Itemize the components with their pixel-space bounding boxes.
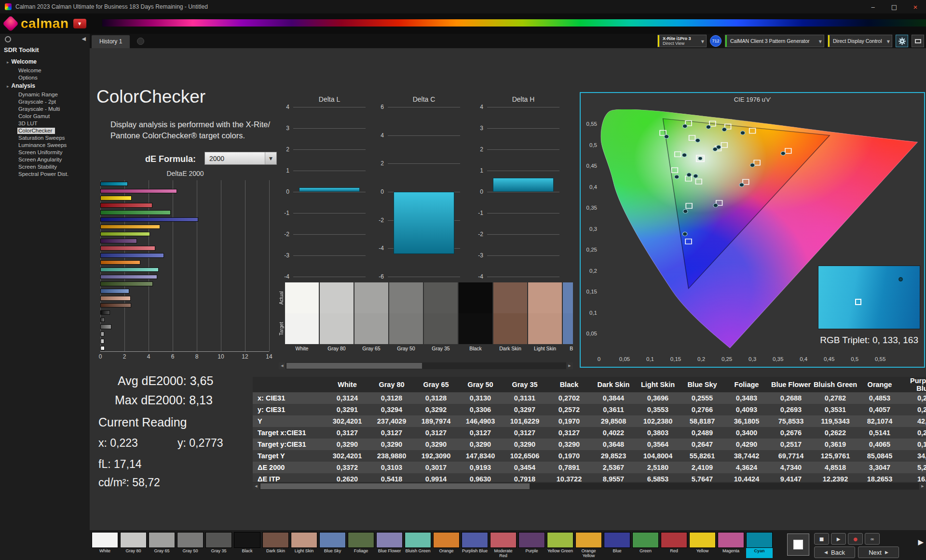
sidebar-item-color-gamut[interactable]: Color Gamut — [0, 112, 90, 120]
patch-orange-yellow[interactable]: Orange Yellow — [575, 532, 602, 558]
table-cell: 0,1970 — [547, 415, 591, 427]
de-bar-red — [100, 203, 152, 208]
patch-name: Cyan — [746, 548, 773, 558]
stop-button[interactable]: ■ — [814, 533, 829, 545]
patch-blue-sky[interactable]: Blue Sky — [319, 532, 346, 558]
cie-measurement-magenta — [739, 183, 744, 187]
axis-tick-label: 0 — [99, 353, 102, 360]
sidebar-item-options[interactable]: Options — [0, 74, 90, 81]
patch-moderate-red[interactable]: Moderate Red — [490, 532, 517, 558]
sidebar-item-grayscale-multi[interactable]: Grayscale - Multi — [0, 105, 90, 112]
scroll-left-icon[interactable]: ◀ — [279, 362, 286, 369]
patch-white[interactable]: White — [92, 532, 118, 558]
table-cell: 0,3297 — [503, 404, 547, 415]
table-cell: 0,3306 — [458, 404, 503, 415]
patch-gray-80[interactable]: Gray 80 — [120, 532, 147, 558]
cie-measurement-bluish-green — [682, 153, 687, 157]
row-label: Target y:CIE31 — [253, 439, 325, 450]
patch-purplish-blue[interactable]: Purplish Blue — [462, 532, 488, 558]
patch-gray-35[interactable]: Gray 35 — [205, 532, 232, 558]
patch-yellow-green[interactable]: Yellow Green — [547, 532, 573, 558]
patch-dark-skin[interactable]: Dark Skin — [262, 532, 289, 558]
target-swatch — [459, 313, 492, 344]
scroll-left-icon[interactable]: ◀ — [253, 483, 259, 490]
patch-yellow[interactable]: Yellow — [689, 532, 716, 558]
patch-bluish-green[interactable]: Bluish Green — [405, 532, 431, 558]
loop-button[interactable]: ∞ — [865, 533, 880, 545]
measurement-table: WhiteGray 80Gray 65Gray 50Gray 35BlackDa… — [253, 377, 926, 482]
next-button[interactable]: Next ▶ — [858, 547, 899, 558]
patch-scroll-right-button[interactable]: ▶ — [918, 538, 924, 547]
minimize-button[interactable]: – — [862, 0, 884, 13]
patch-black[interactable]: Black — [234, 532, 260, 558]
sidebar-section-welcome[interactable]: ▸Welcome — [0, 57, 90, 67]
scroll-right-icon[interactable]: ▶ — [566, 362, 573, 369]
tree-arrow-icon: ▸ — [7, 60, 9, 65]
sidebar-item-3d-lut[interactable]: 3D LUT — [0, 120, 90, 127]
sidebar-item-colorchecker[interactable]: ColorChecker — [0, 127, 90, 134]
scrollbar-thumb[interactable] — [286, 363, 422, 369]
meter-profile-badge[interactable]: 712 — [710, 35, 722, 47]
logo-menu-button[interactable]: ▼ — [73, 19, 86, 28]
patch-cyan[interactable]: Cyan — [746, 532, 773, 558]
sidebar-collapse-button[interactable]: ◀ — [82, 36, 86, 42]
sidebar-item-dynamic-range[interactable]: Dynamic Range — [0, 91, 90, 98]
patch-blue-flower[interactable]: Blue Flower — [376, 532, 403, 558]
sidebar-item-screen-stability[interactable]: Screen Stability — [0, 163, 90, 170]
de-formula-dropdown[interactable]: 2000 ▼ — [204, 152, 277, 165]
table-cell: 0,9914 — [414, 473, 458, 482]
pattern-source-dropdown[interactable]: CalMAN Client 3 Pattern Generator ▼ — [725, 35, 824, 47]
patch-green[interactable]: Green — [632, 532, 659, 558]
gear-icon — [898, 37, 906, 45]
patch-swatch — [547, 532, 573, 548]
patch-light-skin[interactable]: Light Skin — [291, 532, 317, 558]
patch-orange[interactable]: Orange — [433, 532, 460, 558]
play-button[interactable]: ▶ — [831, 533, 846, 545]
display-control-dropdown[interactable]: Direct Display Control ▼ — [828, 35, 892, 47]
sidebar-section-analysis[interactable]: ▸Analysis — [0, 81, 90, 91]
patch-magenta[interactable]: Magenta — [718, 532, 744, 558]
patch-name: Gray 35 — [205, 548, 232, 558]
meter-dropdown[interactable]: X-Rite i1Pro 3 Direct View ▼ — [657, 35, 707, 47]
tab-add-button[interactable] — [137, 38, 144, 45]
table-cell: 0,3294 — [369, 404, 414, 415]
table-cell: 237,4029 — [369, 415, 414, 427]
layout-button[interactable] — [912, 35, 924, 47]
sidebar-item-spectral-power-dist[interactable]: Spectral Power Dist. — [0, 170, 90, 177]
sidebar-item-luminance-sweeps[interactable]: Luminance Sweeps — [0, 141, 90, 148]
sidebar-item-screen-angularity[interactable]: Screen Angularity — [0, 156, 90, 163]
sidebar-item-saturation-sweeps[interactable]: Saturation Sweeps — [0, 134, 90, 141]
patch-blue[interactable]: Blue — [604, 532, 630, 558]
swatch-scrollbar[interactable]: ◀ ▶ — [279, 362, 573, 369]
current-reading-title: Current Reading — [98, 415, 187, 429]
gridline — [293, 149, 366, 150]
patch-foliage[interactable]: Foliage — [348, 532, 374, 558]
back-button[interactable]: ◀ Back — [814, 547, 855, 558]
settings-button[interactable] — [896, 35, 908, 47]
workflow-menu-icon[interactable] — [5, 36, 11, 42]
scrollbar-thumb[interactable] — [260, 483, 530, 489]
patch-purple[interactable]: Purple — [518, 532, 545, 558]
patch-red[interactable]: Red — [661, 532, 687, 558]
actual-row-label: Actual — [279, 282, 284, 313]
patch-gray-50[interactable]: Gray 50 — [177, 532, 204, 558]
table-cell: 0,3103 — [369, 462, 414, 473]
table-cell: 0,2555 — [680, 392, 724, 404]
table-cell: 0,2693 — [769, 404, 813, 415]
scroll-right-icon[interactable]: ▶ — [919, 483, 926, 490]
tab-history-1[interactable]: History 1 — [92, 35, 130, 48]
sidebar-item-welcome[interactable]: Welcome — [0, 67, 90, 74]
swatch-label: White — [285, 344, 319, 351]
patch-gray-65[interactable]: Gray 65 — [149, 532, 175, 558]
sidebar-item-screen-uniformity[interactable]: Screen Uniformity — [0, 148, 90, 156]
sidebar-item-grayscale-2pt[interactable]: Grayscale - 2pt — [0, 98, 90, 105]
cie-1976-panel[interactable]: CIE 1976 u'v' 0,550,50,450,40,350,30,250… — [580, 92, 925, 368]
patch-name: Orange Yellow — [575, 548, 602, 558]
maximize-button[interactable]: □ — [884, 0, 905, 13]
record-button[interactable]: ● — [848, 533, 863, 545]
pattern-window-button[interactable] — [787, 533, 809, 556]
max-de2000: Max dE2000: 8,13 — [115, 393, 213, 407]
close-button[interactable]: × — [905, 0, 926, 13]
table-scrollbar[interactable]: ◀ ▶ — [253, 483, 926, 490]
table-cell: 0,4093 — [724, 404, 769, 415]
